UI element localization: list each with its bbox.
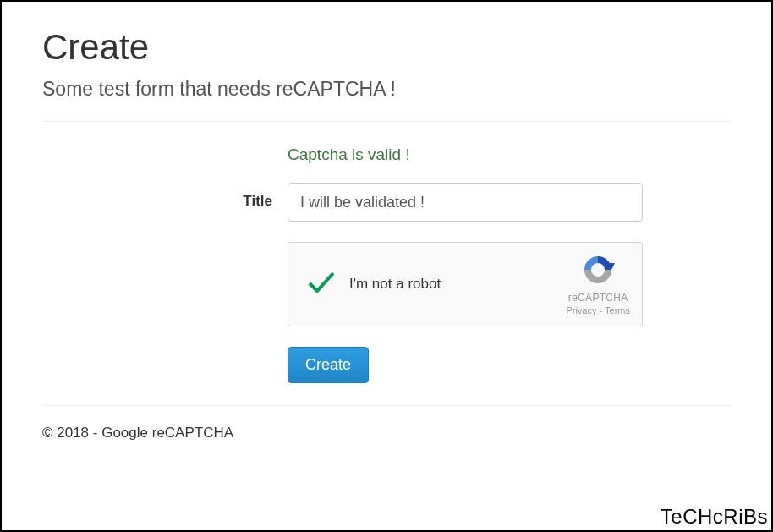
- create-button[interactable]: Create: [288, 347, 369, 383]
- page-subtitle: Some test form that needs reCAPTCHA !: [42, 78, 731, 101]
- title-input[interactable]: [288, 183, 643, 222]
- recaptcha-privacy-link[interactable]: Privacy: [566, 305, 596, 315]
- recaptcha-logo-icon: [581, 253, 615, 288]
- footer-text: © 2018 - Google reCAPTCHA: [42, 425, 731, 442]
- watermark: TeCHcRiBs: [661, 505, 768, 529]
- recaptcha-link-separator: -: [596, 305, 605, 315]
- recaptcha-brand: reCAPTCHA: [568, 292, 628, 304]
- page-title: Create: [42, 27, 731, 68]
- recaptcha-terms-link[interactable]: Terms: [605, 305, 630, 315]
- recaptcha-widget[interactable]: I'm not a robot reCAPTCHA Privacy -: [288, 242, 643, 326]
- create-form: Title Captcha is valid ! I'm not a robot: [42, 145, 731, 383]
- divider: [42, 121, 731, 122]
- title-label: Title: [243, 193, 272, 209]
- recaptcha-label: I'm not a robot: [349, 276, 566, 293]
- divider-bottom: [42, 405, 731, 406]
- captcha-status-message: Captcha is valid !: [288, 145, 643, 164]
- checkmark-icon: [305, 268, 337, 300]
